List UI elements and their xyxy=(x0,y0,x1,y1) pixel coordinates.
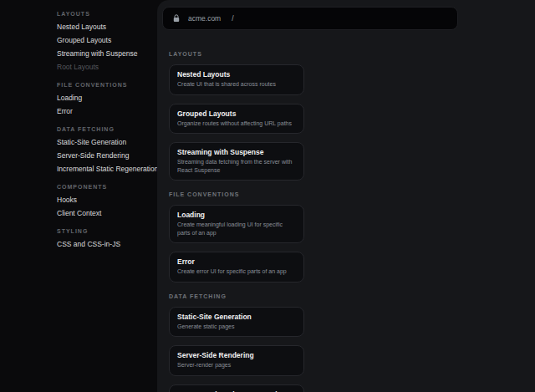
card-error[interactable]: Error Create error UI for specific parts… xyxy=(169,252,304,283)
card-loading[interactable]: Loading Create meaningful loading UI for… xyxy=(169,205,304,243)
sidebar-section-label: Styling xyxy=(57,224,157,237)
address-domain: acme.com xyxy=(188,14,221,23)
sidebar-item-nested-layouts[interactable]: Nested Layouts xyxy=(57,20,157,33)
card-server-side-rendering[interactable]: Server-Side Rendering Server-render page… xyxy=(169,345,304,376)
content-section-label: Data Fetching xyxy=(169,293,523,300)
card-description: Streaming data fetching from the server … xyxy=(177,158,296,174)
card-description: Create UI that is shared across routes xyxy=(177,80,296,89)
card-title: Server-Side Rendering xyxy=(177,351,296,360)
card-title: Grouped Layouts xyxy=(177,109,296,119)
card-title: Streaming with Suspense xyxy=(177,148,296,157)
sidebar: Layouts Nested Layouts Grouped Layouts S… xyxy=(0,0,157,392)
card-nested-layouts[interactable]: Nested Layouts Create UI that is shared … xyxy=(169,64,304,95)
address-bar[interactable]: acme.com / xyxy=(162,7,458,30)
sidebar-section: Styling CSS and CSS-in-JS xyxy=(57,224,157,251)
card-static-site-generation[interactable]: Static-Site Generation Generate static p… xyxy=(169,307,304,338)
card-title: Error xyxy=(177,257,296,267)
sidebar-section-label: File Conventions xyxy=(57,78,157,91)
content-section: File Conventions Loading Create meaningf… xyxy=(169,191,523,283)
content-section-label: File Conventions xyxy=(169,191,523,198)
sidebar-item-server-side-rendering[interactable]: Server-Side Rendering xyxy=(57,149,157,162)
sidebar-item-error[interactable]: Error xyxy=(57,104,157,118)
card-description: Server-render pages xyxy=(177,361,296,369)
card-title: Loading xyxy=(177,211,296,220)
sidebar-item-css-and-css-in-js[interactable]: CSS and CSS-in-JS xyxy=(57,237,157,251)
sidebar-section-label: Data Fetching xyxy=(57,122,157,135)
card-title: Static-Site Generation xyxy=(177,313,296,322)
sidebar-section: Components Hooks Client Context xyxy=(57,180,157,220)
sidebar-section: Layouts Nested Layouts Grouped Layouts S… xyxy=(57,7,157,74)
card-grid: Static-Site Generation Generate static p… xyxy=(169,307,446,392)
card-incremental-static-regeneration[interactable]: Incremental Static Regeneration Get the … xyxy=(169,384,304,392)
content-section: Data Fetching Static-Site Generation Gen… xyxy=(169,293,523,392)
main-panel: acme.com / Layouts Nested Layouts Create… xyxy=(157,0,535,392)
sidebar-section: Data Fetching Static-Site Generation Ser… xyxy=(57,122,157,176)
sidebar-item-loading[interactable]: Loading xyxy=(57,91,157,104)
card-grouped-layouts[interactable]: Grouped Layouts Organize routes without … xyxy=(169,104,304,135)
content-section-label: Layouts xyxy=(169,50,523,58)
lock-icon xyxy=(173,14,180,23)
content-area: Layouts Nested Layouts Create UI that is… xyxy=(157,37,535,392)
card-title: Nested Layouts xyxy=(177,70,296,79)
card-description: Organize routes without affecting URL pa… xyxy=(177,120,296,128)
sidebar-item-hooks[interactable]: Hooks xyxy=(57,193,157,206)
sidebar-item-grouped-layouts[interactable]: Grouped Layouts xyxy=(57,33,157,47)
card-grid: Loading Create meaningful loading UI for… xyxy=(169,205,446,283)
sidebar-item-incremental-static-regeneration[interactable]: Incremental Static Regeneration xyxy=(57,162,157,176)
sidebar-section: File Conventions Loading Error xyxy=(57,78,157,118)
sidebar-item-streaming-with-suspense[interactable]: Streaming with Suspense xyxy=(57,47,157,60)
sidebar-section-label: Components xyxy=(57,180,157,193)
card-description: Generate static pages xyxy=(177,323,296,331)
card-grid: Nested Layouts Create UI that is shared … xyxy=(169,64,446,181)
card-description: Create error UI for specific parts of an… xyxy=(177,267,296,276)
address-bar-row: acme.com / xyxy=(157,0,535,37)
sidebar-section-label: Layouts xyxy=(57,7,157,20)
content-section: Layouts Nested Layouts Create UI that is… xyxy=(169,50,523,181)
card-description: Create meaningful loading UI for specifi… xyxy=(177,221,296,237)
sidebar-item-static-site-generation[interactable]: Static-Site Generation xyxy=(57,135,157,149)
sidebar-item-client-context[interactable]: Client Context xyxy=(57,206,157,220)
card-streaming-with-suspense[interactable]: Streaming with Suspense Streaming data f… xyxy=(169,142,304,181)
address-path: / xyxy=(232,14,233,23)
sidebar-item-root-layouts[interactable]: Root Layouts xyxy=(57,60,157,74)
